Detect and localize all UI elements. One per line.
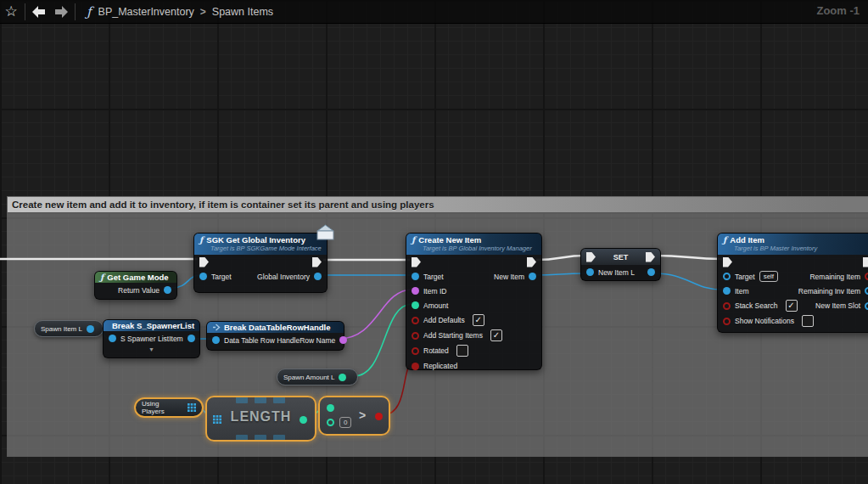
node-header: ƒAdd Item Target is BP Master Inventory [718,234,868,255]
length-out-pin[interactable] [300,416,307,424]
variable-spawn-item-l[interactable]: Spawn Item L [34,320,104,337]
node-sgk-get-global-inventory[interactable]: ƒSGK Get Global Inventory Target is BP S… [193,233,328,293]
node-array-length[interactable]: LENGTH [205,396,316,442]
node-break-s-spawnerlist[interactable]: Break S_SpawnerList S Spawner List Item … [103,319,200,358]
pin-label: S Spawner List [120,335,169,343]
show-notifications-pin[interactable] [723,318,731,325]
greater-input-b-pin[interactable] [327,419,334,426]
amount-pin[interactable] [412,301,419,309]
expand-chevron-down-icon[interactable]: ▼ [104,346,199,353]
rotated-checkbox[interactable] [456,345,468,357]
item-out-pin[interactable] [188,335,195,342]
node-subtitle: Target is BP SGKGame Mode Interface [210,245,322,252]
breadcrumb-root[interactable]: BP_MasterInventory [98,6,194,18]
spawn-item-out-pin[interactable] [87,325,94,333]
node-header: ƒCreate New Item Target is BP Global Inv… [406,234,541,255]
data-table-row-handle-pin[interactable] [212,336,220,344]
variable-spawn-amount-l[interactable]: Spawn Amount L [277,369,358,386]
global-inventory-pin[interactable] [314,273,322,280]
function-icon: ƒ [199,235,203,245]
pin-label: Target [735,273,755,281]
variable-using-players[interactable]: Using Players [134,397,204,418]
add-defaults-checkbox[interactable]: ✓ [473,314,484,326]
variable-label: Spawn Amount L [283,374,334,381]
item-pin[interactable] [723,287,731,295]
greater-input-a-pin[interactable] [327,404,334,412]
new-item-out-pin[interactable] [529,273,536,280]
remaining-item-out-pin[interactable] [865,273,868,280]
node-add-item[interactable]: ƒAdd Item Target is BP Master Inventory … [717,233,868,333]
node-create-new-item[interactable]: ƒCreate New Item Target is BP Global Inv… [406,233,542,370]
node-title: SET [613,253,629,262]
function-icon: ƒ [412,235,415,245]
breadcrumb-chevron-icon: > [200,6,206,18]
node-subtitle: Target is BP Global Inventory Manager [423,245,536,252]
comment-box-title[interactable]: Create new item and add it to inventory,… [7,196,868,213]
spawn-amount-out-pin[interactable] [339,374,346,381]
favorite-star-button[interactable]: ☆ [0,3,22,21]
graph-toolbar: ☆ ƒ BP_MasterInventory > Spawn Items Zoo… [0,0,868,24]
add-starting-items-pin[interactable] [412,332,419,340]
back-button[interactable] [28,3,50,21]
s-spawner-list-pin[interactable] [109,335,116,342]
array-watermark-square [273,435,285,442]
pin-label: Show Notifications [735,317,794,325]
break-struct-icon [212,324,221,331]
greater-b-value-box[interactable]: 0 [339,417,351,428]
target-pin[interactable] [412,273,419,280]
forward-button[interactable] [50,3,72,21]
interface-message-icon [316,224,335,240]
array-watermark-square [236,396,248,403]
node-title: Create New Item [418,235,481,245]
new-item-l-in-pin[interactable] [586,268,594,276]
node-break-datatablerowhandle[interactable]: Break DataTableRowHandle Data Table Row … [206,321,344,351]
add-defaults-pin[interactable] [412,317,419,324]
stack-search-checkbox[interactable]: ✓ [786,300,798,312]
pin-label: Remaining Inv Item [798,287,860,295]
breadcrumb-current[interactable]: Spawn Items [212,6,273,18]
add-starting-items-checkbox[interactable]: ✓ [490,329,502,341]
back-arrow-icon [32,6,46,18]
item-id-pin[interactable] [412,287,419,295]
pin-label: Item [169,335,183,343]
pin-label: Stack Search [735,301,778,310]
rotated-pin[interactable] [412,347,419,355]
pin-label: Row Name [300,336,335,345]
pin-label: New Item [494,273,524,281]
array-grid-icon[interactable] [188,403,196,412]
exec-in-pin[interactable] [586,252,596,262]
node-subtitle: Target is BP Master Inventory [734,245,868,252]
node-header: ƒGet Game Mode [95,272,176,283]
target-pin[interactable] [199,273,207,280]
node-title: SGK Get Global Inventory [206,235,305,245]
exec-out-pin[interactable] [646,252,655,262]
exec-in-pin[interactable] [723,257,732,267]
exec-out-pin[interactable] [527,257,536,267]
comment-text: Create new item and add it to inventory,… [12,200,434,210]
node-get-game-mode[interactable]: ƒGet Game Mode Return Value [94,271,177,300]
return-value-pin[interactable] [164,286,171,294]
array-watermark-square [273,396,285,403]
self-value-box[interactable]: self [759,271,778,282]
remaining-inv-item-out-pin[interactable] [865,287,868,295]
greater-out-pin[interactable] [375,413,383,420]
pin-label: Item [735,287,749,295]
row-name-out-pin[interactable] [339,336,347,344]
pin-label: New Item Slot [815,301,860,310]
exec-out-pin[interactable] [863,257,868,267]
replicated-pin[interactable] [412,363,419,370]
node-greater-than[interactable]: 0 > [318,396,390,436]
show-notifications-checkbox[interactable] [802,315,814,327]
array-watermark-square [255,435,266,442]
exec-in-pin[interactable] [412,257,421,267]
array-input-pin[interactable] [213,415,221,424]
node-set-new-item-l[interactable]: SET New Item L [580,248,661,281]
new-item-slot-out-pin[interactable] [865,302,868,310]
pin-label: Replicated [423,362,457,370]
stack-search-pin[interactable] [723,302,731,310]
node-title: Get Game Mode [107,273,168,282]
target-pin[interactable] [723,273,731,280]
exec-out-pin[interactable] [312,257,322,267]
new-item-l-out-pin[interactable] [647,268,655,276]
exec-in-pin[interactable] [199,257,209,267]
